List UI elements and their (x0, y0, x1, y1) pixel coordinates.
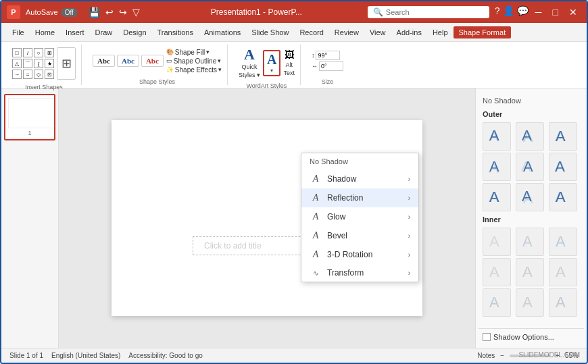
shape-star-icon[interactable]: ★ (45, 59, 54, 68)
autosave-toggle[interactable]: Off (61, 8, 78, 17)
slide-area: Click to add title Slide 1 No Shadow A S… (59, 88, 475, 348)
shadow-item-label: Shadow (327, 174, 356, 184)
shadow-item-outer-2[interactable]: AA (516, 122, 544, 151)
shadow-item-inner-4[interactable]: A (483, 258, 511, 286)
alt-text-button[interactable]: 🖼 Alt Text (283, 49, 295, 76)
shape-rect-icon[interactable]: □ (12, 48, 22, 57)
minimize-button[interactable]: ─ (531, 5, 546, 19)
shadow-item-outer-8[interactable]: AA (516, 183, 544, 211)
language-indicator[interactable]: English (United States) (51, 352, 120, 359)
search-input[interactable] (386, 8, 481, 16)
style-btn-1[interactable]: Abc (93, 55, 115, 67)
tab-insert[interactable]: Insert (60, 26, 90, 39)
tab-review[interactable]: Review (329, 26, 364, 39)
shadow-item-inner-5[interactable]: A (516, 258, 544, 286)
shape-outline-row[interactable]: ▭ Shape Outline ▾ (166, 57, 222, 65)
comment-icon[interactable]: 💬 (517, 5, 529, 19)
svg-text:A: A (489, 294, 499, 311)
app-logo: P (7, 5, 20, 19)
style-btn-2[interactable]: Abc (117, 55, 139, 67)
arrange-button[interactable]: ⊞ (57, 47, 76, 80)
shadow-options-checkbox[interactable] (483, 333, 491, 341)
dropdown-item-reflection[interactable]: A Reflection › (301, 188, 418, 207)
slide-thumbnail-1[interactable]: 1 (4, 94, 55, 140)
shape-flow-icon[interactable]: ◇ (34, 70, 43, 79)
tab-home[interactable]: Home (30, 26, 60, 39)
shadow-item-outer-6[interactable]: AA (549, 153, 577, 181)
tab-slideshow[interactable]: Slide Show (246, 26, 294, 39)
dropdown-item-transform[interactable]: ∿ Transform › (301, 264, 418, 282)
tab-transitions[interactable]: Transitions (152, 26, 199, 39)
size-group: ↕ ↔ Size (306, 45, 349, 85)
tab-help[interactable]: Help (427, 26, 454, 39)
shadow-item-inner-8[interactable]: A (516, 288, 544, 317)
shape-line-icon[interactable]: / (23, 48, 32, 57)
tab-file[interactable]: File (7, 26, 30, 39)
zoom-minus-icon[interactable]: − (500, 352, 504, 359)
insert-shapes-label: Insert Shapes (25, 82, 63, 90)
shadow-item-outer-5[interactable]: AA (516, 153, 544, 181)
shadow-item-outer-3[interactable]: AA (549, 122, 577, 151)
tab-shape-format[interactable]: Shape Format (454, 26, 512, 38)
shadow-item-inner-6[interactable]: A (549, 258, 577, 286)
shape-arr-icon[interactable]: → (12, 70, 22, 79)
shape-more-icon[interactable]: ⊞ (45, 48, 54, 57)
reflection-item-label: Reflection (327, 193, 363, 203)
maximize-button[interactable]: □ (549, 5, 562, 19)
tab-record[interactable]: Record (294, 26, 328, 39)
shadow-item-outer-9[interactable]: AA (549, 183, 577, 211)
shape-tri-icon[interactable]: △ (12, 59, 22, 68)
search-bar[interactable]: 🔍 (368, 6, 489, 18)
width-input[interactable] (319, 61, 343, 71)
shadow-options-bar[interactable]: Shadow Options... (479, 328, 584, 345)
accessibility-indicator[interactable]: Accessibility: Good to go (128, 352, 203, 359)
redo-icon[interactable]: ↪ (119, 7, 127, 18)
notes-button[interactable]: Notes (477, 352, 495, 359)
dropdown-item-glow[interactable]: A Glow › (301, 207, 418, 226)
ribbon-tab-bar: File Home Insert Draw Design Transitions… (1, 23, 587, 42)
shadow-item-outer-4[interactable]: AA (483, 153, 511, 181)
shadow-item-inner-7[interactable]: A (483, 288, 511, 317)
tab-design[interactable]: Design (118, 26, 151, 39)
tab-addins[interactable]: Add-ins (391, 26, 427, 39)
shape-rounded-icon[interactable]: ○ (34, 48, 43, 57)
shape-eq-icon[interactable]: = (23, 70, 32, 79)
svg-text:A: A (489, 188, 499, 205)
shape-effects-row[interactable]: ✨ Shape Effects ▾ (166, 66, 222, 74)
search-icon: 🔍 (373, 7, 383, 17)
slide-thumb-content (8, 98, 54, 128)
no-shadow-panel-label: No Shadow (483, 97, 521, 105)
height-input[interactable] (316, 51, 340, 60)
dropdown-item-bevel[interactable]: A Bevel › (301, 226, 418, 245)
dropdown-item-shadow[interactable]: A Shadow › (301, 170, 418, 188)
bevel-item-label: Bevel (327, 231, 347, 240)
dropdown-item-3drotation[interactable]: A 3-D Rotation › (301, 245, 418, 264)
style-btn-3[interactable]: Abc (141, 55, 164, 67)
shape-layout-icon[interactable]: ⊡ (45, 70, 54, 79)
no-shadow-label: No Shadow (301, 153, 418, 170)
shape-curve-icon[interactable]: ⌒ (23, 59, 32, 68)
shadow-item-outer-7[interactable]: AA (483, 183, 511, 211)
tab-animations[interactable]: Animations (199, 26, 246, 39)
customize-icon[interactable]: ▽ (132, 7, 140, 18)
transform-item-icon: ∿ (310, 269, 322, 277)
quick-styles-button[interactable]: A Quick Styles ▾ (239, 47, 260, 78)
save-icon[interactable]: 💾 (89, 7, 100, 18)
no-shadow-area: No Shadow (479, 91, 584, 109)
shadow-item-outer-1[interactable]: AA (483, 122, 511, 151)
shape-fill-row[interactable]: 🎨 Shape Fill ▾ (166, 49, 222, 56)
shadow-item-inner-3[interactable]: A (549, 228, 577, 256)
undo-icon[interactable]: ↩ (105, 7, 114, 18)
shadow-item-inner-1[interactable]: A (483, 228, 511, 256)
close-button[interactable]: ✕ (565, 5, 581, 19)
shape-brace-icon[interactable]: { (34, 59, 43, 68)
help-icon[interactable]: ? (495, 5, 500, 19)
shadow-item-inner-9[interactable]: A (549, 288, 577, 317)
shadow-item-inner-2[interactable]: A (516, 228, 544, 256)
share-icon[interactable]: 👤 (503, 5, 514, 19)
tab-view[interactable]: View (364, 26, 391, 39)
wordart-a-button[interactable]: A ▾ (263, 50, 280, 76)
shape-actions: 🎨 Shape Fill ▾ ▭ Shape Outline ▾ ✨ Shape… (166, 49, 222, 74)
tab-draw[interactable]: Draw (90, 26, 118, 39)
fill-icon: 🎨 (166, 49, 174, 55)
